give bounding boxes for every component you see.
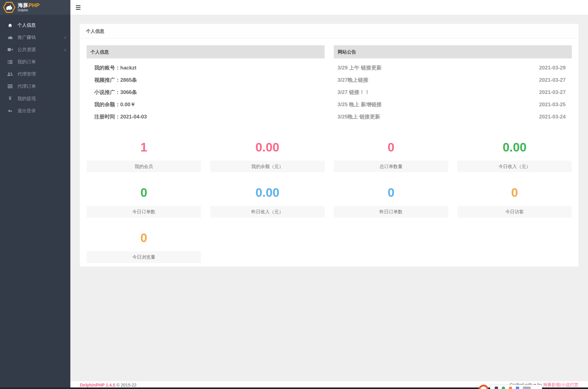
announcement-title[interactable]: 3/29 上午 链接更新 bbox=[337, 62, 382, 74]
sidebar-item-promotion[interactable]: 推广赚钱 ‹ bbox=[0, 31, 70, 43]
stat-label: 我的会员 bbox=[87, 161, 201, 172]
announcement-date: 2021-03-29 bbox=[539, 62, 566, 74]
profile-row-account: 我的账号：hackzt bbox=[87, 62, 325, 74]
toolbar-icon[interactable] bbox=[523, 387, 531, 389]
copyright-text: © 2015-22 bbox=[117, 383, 137, 387]
hamburger-icon[interactable] bbox=[76, 5, 80, 10]
home-icon bbox=[7, 23, 13, 28]
stat-label: 昨日订单数 bbox=[334, 206, 448, 218]
sidebar-item-agent-management[interactable]: 代理管理 bbox=[0, 68, 70, 80]
logo-title: 海豚PHP bbox=[18, 3, 39, 8]
sidebar-item-label: 推广赚钱 bbox=[17, 35, 36, 40]
stat-value: 0 bbox=[334, 136, 448, 161]
toolbar-icon[interactable] bbox=[516, 387, 519, 389]
sidebar-item-label: 公共资源 bbox=[17, 47, 36, 53]
sidebar-item-label: 代理订单 bbox=[17, 84, 36, 89]
stat-value: 1 bbox=[87, 136, 201, 161]
dolphin-logo-icon bbox=[3, 2, 15, 13]
content: 个人信息 个人信息 我的账号：hackzt 视频推广：2865条 小说推广：30… bbox=[70, 15, 588, 381]
floating-extension-toolbar bbox=[476, 384, 543, 389]
profile-row-balance: 我的余额：0.00￥ bbox=[87, 99, 325, 111]
dolphinphp-version-link[interactable]: DolphinPHP 1.4.5 bbox=[80, 383, 115, 387]
announcement-title[interactable]: 3/25晚上 链接更新 bbox=[337, 111, 380, 123]
sidebar-item-my-withdrawal[interactable]: ¥ 我的提现 bbox=[0, 92, 70, 105]
footer-left: DolphinPHP 1.4.5 © 2015-22 bbox=[80, 383, 136, 387]
toolbar-icon[interactable] bbox=[495, 387, 498, 389]
stat-card-today-income: 0.00 今日收入（元） bbox=[457, 136, 572, 172]
personal-info-panel: 个人信息 个人信息 我的账号：hackzt 视频推广：2865条 小说推广：30… bbox=[80, 24, 579, 267]
sidebar-item-personal-info[interactable]: 个人信息 bbox=[0, 19, 70, 31]
stat-value: 0 bbox=[334, 181, 448, 206]
stat-label: 今日浏览量 bbox=[87, 251, 201, 263]
announcement-title[interactable]: 3/25 晚上 新增链接 bbox=[337, 99, 382, 111]
stat-card-my-members: 1 我的会员 bbox=[87, 136, 201, 172]
sidebar-item-label: 我的订单 bbox=[17, 59, 36, 65]
announcement-date: 2021-03-27 bbox=[539, 86, 566, 99]
announcements-box-title: 网站公告 bbox=[334, 45, 572, 58]
toolbar-icon[interactable] bbox=[509, 387, 512, 389]
users-icon bbox=[7, 72, 13, 77]
topbar bbox=[70, 0, 588, 15]
sidebar: 海豚PHP Dolphin 个人信息 推广赚钱 ‹ bbox=[0, 0, 70, 389]
yen-icon: ¥ bbox=[7, 96, 13, 101]
stat-card-today-orders: 0 今日订单数 bbox=[87, 181, 201, 218]
chevron-left-icon: ‹ bbox=[64, 35, 66, 40]
sidebar-item-label: 我的提现 bbox=[17, 96, 36, 102]
announcement-date: 2021-03-27 bbox=[539, 74, 566, 86]
stat-card-my-balance: 0.00 我的余额（元） bbox=[210, 136, 325, 172]
announcement-date: 2021-03-25 bbox=[539, 99, 566, 111]
stat-value: 0.00 bbox=[210, 136, 325, 161]
announcement-title[interactable]: 3/27晚上链接 bbox=[337, 74, 368, 86]
sidebar-item-label: 代理管理 bbox=[17, 71, 36, 77]
announcement-row: 3/29 上午 链接更新2021-03-29 bbox=[334, 62, 572, 74]
stat-label: 今日订单数 bbox=[87, 206, 201, 218]
stat-label: 昨日收入（元） bbox=[210, 206, 325, 218]
stat-label: 今日访客 bbox=[457, 206, 572, 218]
stat-card-yesterday-income: 0.00 昨日收入（元） bbox=[210, 181, 325, 218]
stat-card-yesterday-orders: 0 昨日订单数 bbox=[334, 181, 448, 218]
announcement-date: 2021-03-24 bbox=[539, 111, 566, 123]
stat-card-today-pageviews: 0 今日浏览量 bbox=[87, 227, 201, 263]
sidebar-nav: 个人信息 推广赚钱 ‹ 公共资源 ‹ 我的订单 bbox=[0, 19, 70, 117]
profile-box-title: 个人信息 bbox=[87, 45, 325, 58]
list-icon bbox=[7, 59, 13, 64]
sidebar-item-public-resources[interactable]: 公共资源 ‹ bbox=[0, 43, 70, 56]
stat-card-today-visitors: 0 今日访客 bbox=[457, 181, 572, 218]
sidebar-item-my-orders[interactable]: 我的订单 bbox=[0, 56, 70, 68]
extension-toolbar bbox=[490, 385, 542, 389]
stat-card-total-orders: 0 总订单数量 bbox=[334, 136, 448, 172]
stat-label: 今日收入（元） bbox=[457, 161, 572, 172]
announcement-row: 3/25 晚上 新增链接2021-03-25 bbox=[334, 99, 572, 111]
announcement-row: 3/25晚上 链接更新2021-03-24 bbox=[334, 111, 572, 123]
stat-label: 总订单数量 bbox=[334, 161, 448, 172]
announcement-row: 3/27晚上链接2021-03-27 bbox=[334, 74, 572, 86]
footer-site-link[interactable]: 海豚影视/小说打赏 bbox=[543, 382, 579, 387]
app-logo[interactable]: 海豚PHP Dolphin bbox=[0, 0, 70, 15]
stat-value: 0 bbox=[87, 227, 201, 251]
sidebar-item-label: 个人信息 bbox=[17, 22, 36, 28]
cloud-icon bbox=[7, 35, 13, 40]
announcements-box: 网站公告 3/29 上午 链接更新2021-03-29 3/27晚上链接2021… bbox=[334, 45, 572, 127]
stat-value: 0 bbox=[87, 181, 201, 206]
announcement-title[interactable]: 3/27 链接！！ bbox=[337, 86, 370, 99]
toolbar-icon[interactable] bbox=[502, 387, 505, 389]
profile-row-video-promo: 视频推广：2865条 bbox=[87, 74, 325, 86]
stat-value: 0.00 bbox=[210, 181, 325, 206]
chevron-left-icon: ‹ bbox=[64, 47, 66, 52]
dashboard-page: 海豚PHP Dolphin 个人信息 推广赚钱 ‹ bbox=[0, 0, 588, 389]
profile-box: 个人信息 我的账号：hackzt 视频推广：2865条 小说推广：3066条 我… bbox=[87, 45, 325, 127]
sidebar-item-logout[interactable]: 退出登录 bbox=[0, 105, 70, 117]
sidebar-item-label: 退出登录 bbox=[17, 108, 36, 114]
main-area: 个人信息 个人信息 我的账号：hackzt 视频推广：2865条 小说推广：30… bbox=[70, 0, 588, 389]
logo-subtitle: Dolphin bbox=[18, 9, 39, 12]
stat-value: 0.00 bbox=[457, 136, 572, 161]
profile-row-register-time: 注册时间：2021-04-03 bbox=[87, 111, 325, 123]
bars-icon bbox=[7, 84, 13, 89]
panel-title: 个人信息 bbox=[80, 24, 579, 39]
sidebar-item-agent-orders[interactable]: 代理订单 bbox=[0, 80, 70, 92]
stat-label: 我的余额（元） bbox=[210, 161, 325, 172]
profile-row-novel-promo: 小说推广：3066条 bbox=[87, 86, 325, 99]
stat-value: 0 bbox=[457, 181, 572, 206]
announcement-row: 3/27 链接！！2021-03-27 bbox=[334, 86, 572, 99]
video-icon bbox=[7, 47, 13, 52]
